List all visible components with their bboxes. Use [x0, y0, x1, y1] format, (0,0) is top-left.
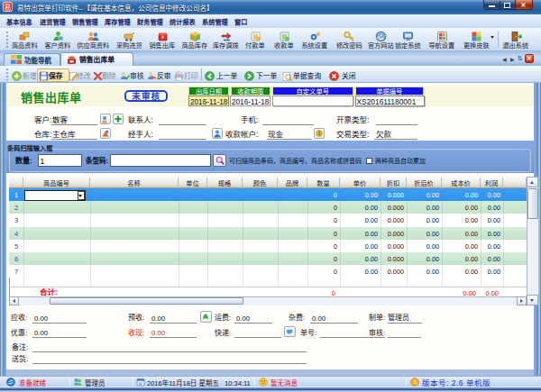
svg-text:$: $	[317, 130, 320, 137]
